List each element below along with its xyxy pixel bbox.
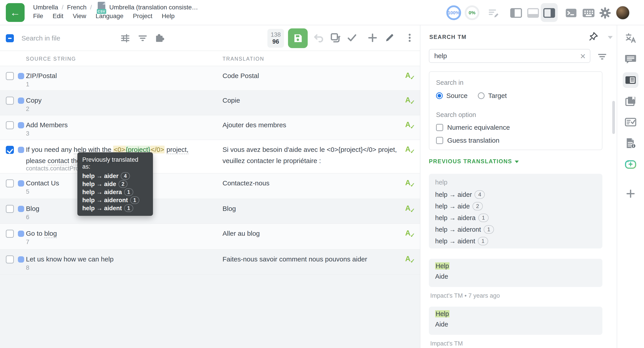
translated-progress-ring[interactable]: 100% — [446, 5, 461, 20]
copy-source-icon[interactable] — [329, 32, 341, 44]
tm-filter-icon[interactable] — [597, 51, 607, 62]
rail-translate-icon[interactable] — [623, 30, 638, 46]
source-text-segment: Contact Us — [26, 179, 59, 187]
table-row-1[interactable]: ZIP/Postal1Code PostalA✓ — [0, 66, 420, 91]
pin-panel-icon[interactable] — [588, 32, 598, 42]
row-checkbox[interactable] — [6, 179, 14, 188]
rail-add-panel-icon[interactable] — [623, 186, 638, 202]
row-checkbox[interactable] — [6, 121, 14, 129]
row-checkbox[interactable] — [6, 96, 14, 105]
numeric-equivalence-checkbox[interactable] — [436, 124, 443, 131]
radio-target[interactable]: Target — [478, 92, 507, 100]
source-string-text[interactable]: Let us know how we can help — [26, 254, 198, 265]
rail-file-info-icon[interactable] — [623, 135, 638, 151]
translated-progress-value: 100% — [448, 10, 460, 16]
menu-project[interactable]: Project — [133, 12, 152, 20]
table-row-5[interactable]: Contact Us5Contactez-nousA✓ — [0, 174, 420, 199]
filter-settings-icon[interactable] — [120, 32, 131, 44]
translation-text[interactable]: Blog — [222, 203, 402, 214]
table-row-4[interactable]: If you need any help with the <0>{projec… — [0, 140, 420, 174]
source-text-segment — [164, 146, 166, 153]
rail-glossary-icon[interactable] — [623, 93, 638, 109]
rail-search-tm-icon-active[interactable] — [623, 72, 638, 88]
layout-right-panel-button[interactable] — [543, 7, 556, 19]
radio-target-control[interactable] — [478, 92, 484, 99]
rail-ai-assistant-icon[interactable] — [623, 156, 638, 172]
source-string-text[interactable]: Go to blog — [26, 228, 198, 239]
user-avatar[interactable] — [616, 6, 630, 20]
translation-text[interactable]: Copie — [222, 95, 402, 106]
clear-search-icon[interactable]: ✕ — [580, 52, 586, 60]
tm-result-card[interactable]: Help Aide — [429, 306, 602, 335]
breadcrumb-file[interactable]: Umbrella (translation consiste… — [109, 4, 198, 11]
row-checkbox[interactable] — [6, 72, 14, 80]
previous-translations-toggle[interactable]: PREVIOUS TRANSLATIONS — [429, 158, 519, 164]
string-status-icon — [18, 180, 24, 186]
menu-edit[interactable]: Edit — [52, 12, 63, 20]
select-all-checkbox[interactable] — [6, 34, 14, 42]
translation-text[interactable]: Aller au blog — [222, 228, 402, 239]
rail-comments-icon[interactable] — [623, 51, 638, 67]
breadcrumb-language[interactable]: French — [67, 4, 86, 11]
translation-text[interactable]: Ajouter des membres — [222, 120, 402, 130]
console-icon[interactable] — [565, 7, 577, 19]
translation-text[interactable]: Faites-nous savoir comment nous pouvons … — [222, 254, 402, 265]
translation-text[interactable]: Code Postal — [222, 70, 402, 82]
table-row-7[interactable]: Go to blog7Aller au blogA✓ — [0, 224, 420, 250]
more-options-icon[interactable] — [404, 32, 416, 44]
edit-pencil-icon[interactable] — [384, 32, 395, 44]
row-checkbox[interactable] — [6, 146, 14, 154]
rail-checklist-icon[interactable] — [623, 114, 638, 130]
previous-translation-item[interactable]: help → aidera1 — [435, 212, 596, 224]
breadcrumb-project[interactable]: Umbrella — [33, 4, 58, 11]
table-row-3[interactable]: Add Members3Ajouter des membresA✓ — [0, 116, 420, 140]
previous-translation-item[interactable]: help → aideront1 — [435, 224, 596, 235]
keyboard-shortcuts-icon[interactable] — [582, 7, 595, 19]
source-string-text[interactable]: Copy — [26, 95, 198, 106]
approved-progress-ring[interactable]: 0% — [465, 5, 480, 20]
back-button[interactable]: ← — [6, 3, 24, 22]
previous-translation-item[interactable]: help → aider4 — [435, 189, 596, 200]
table-row-8[interactable]: Let us know how we can help8Faites-nous … — [0, 250, 420, 275]
translated-check-icon: A✓ — [405, 145, 415, 155]
row-checkbox[interactable] — [6, 205, 14, 213]
menu-file[interactable]: File — [33, 12, 43, 20]
menu-help[interactable]: Help — [162, 12, 175, 20]
approve-check-icon[interactable] — [346, 32, 358, 44]
table-row-2[interactable]: Copy2CopieA✓ — [0, 91, 420, 116]
usage-count-badge: 4 — [121, 172, 130, 180]
row-checkbox[interactable] — [6, 230, 14, 238]
translation-text[interactable]: Si vous avez besoin d'aide avec le <0>{p… — [222, 144, 402, 166]
tm-result-meta: Impact's TM — [430, 340, 463, 347]
previous-translation-item[interactable]: help → aide2 — [435, 200, 596, 212]
guess-translation-checkbox[interactable] — [436, 137, 443, 144]
save-button[interactable] — [288, 28, 308, 48]
previous-translation-item[interactable]: help → aident1 — [435, 235, 596, 247]
panel-scrollbar-thumb[interactable] — [612, 101, 615, 134]
menu-view[interactable]: View — [73, 12, 86, 20]
panel-collapse-caret[interactable] — [608, 36, 613, 39]
radio-source[interactable]: Source — [436, 92, 468, 100]
numeric-equivalence-option[interactable]: Numeric equivalence — [436, 124, 510, 131]
source-string-text[interactable]: Add Members — [26, 120, 198, 130]
layout-left-panel-button[interactable] — [510, 7, 522, 19]
string-status-icon — [18, 98, 24, 104]
translation-text[interactable]: Contactez-nous — [222, 178, 402, 189]
tooltip-translation-item: help → aident1 — [82, 204, 148, 212]
notes-edit-icon[interactable] — [487, 7, 500, 19]
search-in-file-input[interactable] — [22, 32, 116, 45]
plugins-puzzle-icon[interactable] — [154, 32, 165, 44]
source-string-text[interactable]: ZIP/Postal — [26, 70, 198, 82]
layout-bottom-panel-button[interactable] — [527, 7, 539, 19]
radio-source-control[interactable] — [436, 92, 443, 99]
previous-query: help — [435, 179, 596, 186]
guess-translation-option[interactable]: Guess translation — [436, 137, 499, 144]
tm-search-input[interactable] — [434, 51, 573, 61]
filter-strings-icon[interactable] — [137, 32, 148, 44]
table-row-6[interactable]: Blog6BlogA✓ — [0, 199, 420, 224]
menu-language[interactable]: Language — [96, 12, 124, 20]
add-string-icon[interactable] — [367, 32, 378, 44]
row-checkbox[interactable] — [6, 256, 14, 264]
tm-result-card[interactable]: Help Aide — [429, 259, 602, 287]
settings-gear-icon[interactable] — [599, 7, 611, 19]
